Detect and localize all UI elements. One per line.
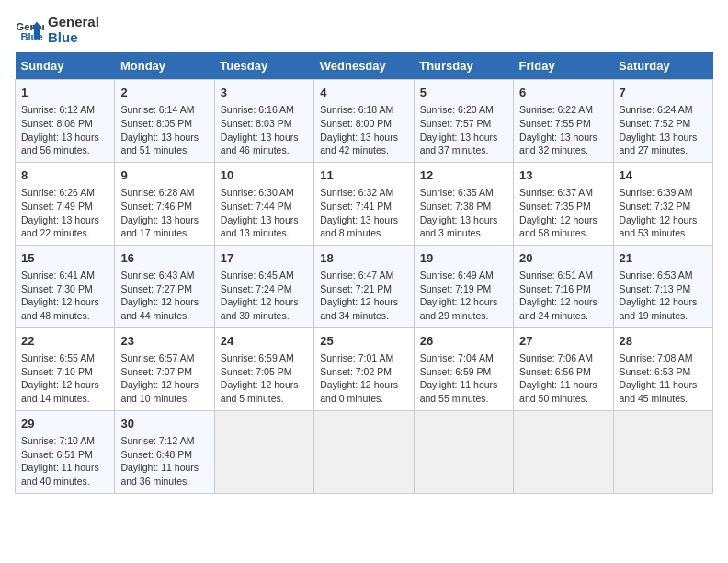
calendar-row: 1Sunrise: 6:12 AMSunset: 8:08 PMDaylight… <box>16 80 713 163</box>
calendar-row: 15Sunrise: 6:41 AMSunset: 7:30 PMDayligh… <box>16 245 713 327</box>
day-cell: 20Sunrise: 6:51 AMSunset: 7:16 PMDayligh… <box>514 245 613 327</box>
day-cell: 19Sunrise: 6:49 AMSunset: 7:19 PMDayligh… <box>414 245 513 327</box>
day-cell: 28Sunrise: 7:08 AMSunset: 6:53 PMDayligh… <box>613 327 712 410</box>
day-number: 6 <box>519 85 607 101</box>
day-cell: 17Sunrise: 6:45 AMSunset: 7:24 PMDayligh… <box>214 245 313 327</box>
col-header-friday: Friday <box>514 52 613 80</box>
day-number: 3 <box>221 85 308 101</box>
day-number: 25 <box>320 333 407 350</box>
day-number: 30 <box>120 416 208 432</box>
calendar-row: 22Sunrise: 6:55 AMSunset: 7:10 PMDayligh… <box>16 327 713 410</box>
col-header-thursday: Thursday <box>414 52 513 80</box>
day-cell: 6Sunrise: 6:22 AMSunset: 7:55 PMDaylight… <box>514 80 613 163</box>
day-cell: 18Sunrise: 6:47 AMSunset: 7:21 PMDayligh… <box>314 245 414 327</box>
day-number: 26 <box>420 333 507 350</box>
day-number: 1 <box>21 85 108 101</box>
day-number: 17 <box>221 250 308 267</box>
col-header-sunday: Sunday <box>16 52 115 80</box>
day-cell: 13Sunrise: 6:37 AMSunset: 7:35 PMDayligh… <box>514 162 613 245</box>
day-cell: 2Sunrise: 6:14 AMSunset: 8:05 PMDaylight… <box>115 80 214 163</box>
day-number: 11 <box>320 167 407 184</box>
header: General Blue General Blue <box>15 15 713 45</box>
day-cell: 24Sunrise: 6:59 AMSunset: 7:05 PMDayligh… <box>214 327 313 410</box>
col-header-tuesday: Tuesday <box>214 52 313 80</box>
day-number: 14 <box>620 167 707 184</box>
day-number: 5 <box>420 85 507 101</box>
calendar-row: 29Sunrise: 7:10 AMSunset: 6:51 PMDayligh… <box>16 410 713 493</box>
day-cell: 30Sunrise: 7:12 AMSunset: 6:48 PMDayligh… <box>115 410 214 493</box>
day-cell: 11Sunrise: 6:32 AMSunset: 7:41 PMDayligh… <box>314 162 414 245</box>
day-number: 15 <box>21 250 108 267</box>
day-cell: 29Sunrise: 7:10 AMSunset: 6:51 PMDayligh… <box>16 410 115 493</box>
day-cell: 15Sunrise: 6:41 AMSunset: 7:30 PMDayligh… <box>16 245 115 327</box>
logo-icon: General Blue <box>15 16 44 45</box>
day-number: 16 <box>120 250 208 267</box>
day-number: 24 <box>221 333 308 350</box>
day-cell: 22Sunrise: 6:55 AMSunset: 7:10 PMDayligh… <box>16 327 115 410</box>
day-cell: 23Sunrise: 6:57 AMSunset: 7:07 PMDayligh… <box>115 327 214 410</box>
day-number: 19 <box>420 250 507 267</box>
day-cell: 26Sunrise: 7:04 AMSunset: 6:59 PMDayligh… <box>414 327 513 410</box>
day-number: 9 <box>120 167 208 184</box>
day-cell: 12Sunrise: 6:35 AMSunset: 7:38 PMDayligh… <box>414 162 513 245</box>
day-number: 23 <box>120 333 208 350</box>
day-number: 2 <box>120 85 208 101</box>
day-cell: 14Sunrise: 6:39 AMSunset: 7:32 PMDayligh… <box>613 162 712 245</box>
day-number: 7 <box>620 85 707 101</box>
day-cell: 10Sunrise: 6:30 AMSunset: 7:44 PMDayligh… <box>214 162 313 245</box>
day-number: 10 <box>221 167 308 184</box>
empty-cell <box>314 410 414 493</box>
day-number: 29 <box>21 416 108 432</box>
day-cell: 21Sunrise: 6:53 AMSunset: 7:13 PMDayligh… <box>613 245 712 327</box>
day-number: 4 <box>320 85 407 101</box>
empty-cell <box>613 410 712 493</box>
day-number: 18 <box>320 250 407 267</box>
calendar-table: SundayMondayTuesdayWednesdayThursdayFrid… <box>15 52 713 494</box>
day-cell: 1Sunrise: 6:12 AMSunset: 8:08 PMDaylight… <box>16 80 115 163</box>
col-header-monday: Monday <box>115 52 214 80</box>
logo-text-general: General <box>48 15 99 30</box>
day-cell: 9Sunrise: 6:28 AMSunset: 7:46 PMDaylight… <box>115 162 214 245</box>
day-number: 22 <box>21 333 108 350</box>
col-header-saturday: Saturday <box>613 52 712 80</box>
day-cell: 4Sunrise: 6:18 AMSunset: 8:00 PMDaylight… <box>314 80 414 163</box>
logo-text-blue: Blue <box>48 30 99 46</box>
day-number: 12 <box>420 167 507 184</box>
empty-cell <box>214 410 313 493</box>
day-cell: 25Sunrise: 7:01 AMSunset: 7:02 PMDayligh… <box>314 327 414 410</box>
day-cell: 3Sunrise: 6:16 AMSunset: 8:03 PMDaylight… <box>214 80 313 163</box>
day-cell: 27Sunrise: 7:06 AMSunset: 6:56 PMDayligh… <box>514 327 613 410</box>
col-header-wednesday: Wednesday <box>314 52 414 80</box>
empty-cell <box>514 410 613 493</box>
day-number: 27 <box>519 333 607 350</box>
day-cell: 16Sunrise: 6:43 AMSunset: 7:27 PMDayligh… <box>115 245 214 327</box>
day-cell: 8Sunrise: 6:26 AMSunset: 7:49 PMDaylight… <box>16 162 115 245</box>
day-number: 21 <box>620 250 707 267</box>
day-number: 8 <box>21 167 108 184</box>
empty-cell <box>414 410 513 493</box>
day-number: 28 <box>620 333 707 350</box>
day-number: 13 <box>519 167 607 184</box>
calendar-row: 8Sunrise: 6:26 AMSunset: 7:49 PMDaylight… <box>16 162 713 245</box>
logo: General Blue General Blue <box>15 15 99 45</box>
day-cell: 5Sunrise: 6:20 AMSunset: 7:57 PMDaylight… <box>414 80 513 163</box>
day-cell: 7Sunrise: 6:24 AMSunset: 7:52 PMDaylight… <box>613 80 712 163</box>
day-number: 20 <box>519 250 607 267</box>
